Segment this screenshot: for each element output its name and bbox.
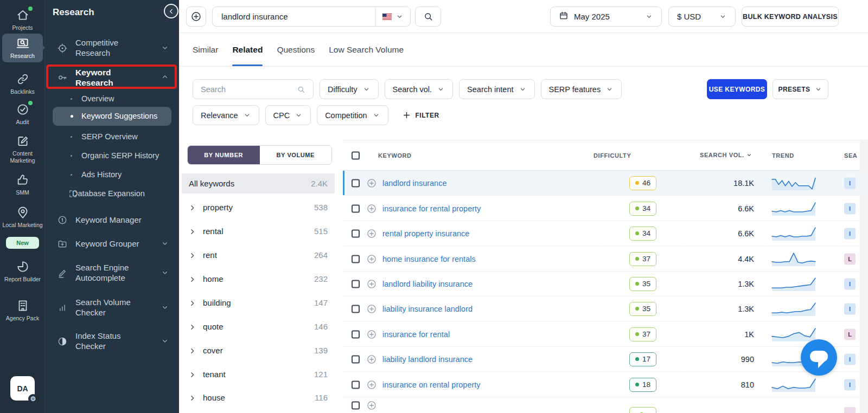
nav-item-keyword-research[interactable]: Keyword Research (45, 67, 179, 88)
avatar[interactable]: DA ⚙ (10, 376, 35, 401)
all-keywords-row[interactable]: All keywords 2.4K (182, 173, 335, 193)
keyword-link[interactable]: insurance for rental (382, 330, 450, 339)
chat-widget-button[interactable] (801, 339, 837, 376)
row-checkbox[interactable] (352, 355, 360, 363)
gear-icon[interactable]: ⚙ (28, 394, 38, 404)
rail-item-backlinks[interactable]: Backlinks (2, 69, 43, 98)
nav-item-ads-history[interactable]: Ads History (45, 168, 179, 181)
difficulty-dot (635, 257, 639, 261)
keyword-link[interactable]: insurance on rental property (382, 380, 481, 389)
add-keyword-icon[interactable] (366, 254, 377, 264)
tab-questions[interactable]: Questions (277, 33, 315, 66)
nav-item-index-status-checker[interactable]: Index Status Checker (45, 330, 179, 353)
column-trend[interactable]: TREND (772, 152, 794, 159)
difficulty-badge: 35 (629, 277, 656, 291)
keyword-group-cover[interactable]: cover 139 (182, 338, 335, 362)
add-keyword-icon[interactable] (366, 354, 377, 365)
keyword-group-building[interactable]: building 147 (182, 291, 335, 314)
rail-item-agency-pack[interactable]: Agency Pack (2, 296, 43, 325)
filter-difficulty[interactable]: Difficulty (320, 79, 379, 99)
nav-item-competitive-research[interactable]: Competitive Research (45, 35, 179, 62)
column-difficulty[interactable]: DIFFICULTY (593, 152, 631, 159)
rail-item-projects[interactable]: Projects (2, 5, 43, 34)
presets-button[interactable]: PRESETS (773, 79, 828, 99)
add-filter-button[interactable]: FILTER (402, 105, 439, 125)
filter-search-intent[interactable]: Search intent (459, 79, 534, 99)
add-keyword-icon[interactable] (366, 228, 377, 239)
toggle-by-number[interactable]: BY NUMBER (188, 146, 260, 164)
tab-similar[interactable]: Similar (193, 33, 218, 66)
nav-item-keyword-grouper[interactable]: Keyword Grouper (45, 236, 179, 251)
row-checkbox[interactable] (352, 305, 360, 313)
search-button[interactable] (415, 7, 441, 27)
filter-search-volume[interactable]: Search vol. (385, 79, 454, 99)
row-checkbox[interactable] (352, 179, 360, 187)
toggle-by-volume[interactable]: BY VOLUME (260, 146, 332, 164)
column-keyword[interactable]: KEYWORD (378, 152, 412, 159)
region-dropdown[interactable] (375, 7, 410, 26)
keyword-link[interactable]: liability insurance landlord (382, 305, 473, 313)
rail-item-local-marketing[interactable]: Local Marketing (2, 203, 43, 231)
rail-item-research[interactable]: Research (2, 34, 43, 62)
use-keywords-button[interactable]: USE KEYWORDS (707, 79, 767, 99)
keyword-group-property[interactable]: property 538 (182, 195, 335, 219)
row-checkbox[interactable] (352, 280, 360, 288)
rail-item-audit[interactable]: Audit (2, 100, 43, 128)
filter-cpc[interactable]: CPC (265, 105, 311, 125)
keyword-group-quote[interactable]: quote 146 (182, 314, 335, 338)
nav-item-keyword-suggestions[interactable]: Keyword Suggestions (53, 107, 171, 126)
add-keyword-icon[interactable] (366, 279, 377, 289)
nav-item-database-expansion[interactable]: Database Expansion (45, 187, 179, 200)
nav-item-search-engine-autocomplete[interactable]: Search Engine Autocomplete (45, 261, 179, 285)
keyword-group-tenant[interactable]: tenant 121 (182, 362, 335, 386)
plus-icon (402, 111, 411, 120)
chevron-down-icon (719, 12, 727, 21)
nav-item-overview[interactable]: Overview (45, 92, 179, 105)
rail-item-report-builder[interactable]: Report Builder (2, 257, 43, 286)
keyword-group-house[interactable]: house 116 (182, 385, 335, 409)
add-keyword-icon[interactable] (366, 178, 377, 189)
row-checkbox[interactable] (352, 401, 360, 409)
column-search-vol[interactable]: SEARCH VOL. (700, 152, 752, 159)
keyword-group-rental[interactable]: rental 515 (182, 219, 335, 243)
nav-item-organic-serp-history[interactable]: Organic SERP History (45, 149, 179, 162)
keyword-search-field[interactable] (212, 7, 411, 27)
row-checkbox[interactable] (352, 380, 360, 389)
rail-item-content-marketing[interactable]: Content Marketing (2, 131, 43, 166)
add-keywords-button[interactable] (186, 7, 206, 27)
add-keyword-icon[interactable] (366, 379, 377, 390)
select-all-checkbox[interactable] (352, 151, 360, 159)
keyword-link[interactable]: liability landlord insurance (382, 355, 473, 364)
filter-competition[interactable]: Competition (317, 105, 388, 125)
rail-item-smm[interactable]: SMM (2, 170, 43, 199)
keyword-group-rent[interactable]: rent 264 (182, 243, 335, 267)
row-checkbox[interactable] (352, 330, 360, 338)
column-sea[interactable]: SEA (844, 152, 857, 159)
filter-serp-features[interactable]: SERP features (541, 79, 622, 99)
bulk-keyword-analysis-button[interactable]: BULK KEYWORD ANALYSIS (742, 7, 839, 27)
row-checkbox[interactable] (352, 229, 360, 237)
nav-item-keyword-manager[interactable]: Keyword Manager (45, 212, 179, 228)
nav-item-search-volume-checker[interactable]: Search Volume Checker (45, 296, 179, 320)
add-keyword-icon[interactable] (366, 203, 377, 214)
row-checkbox[interactable] (352, 255, 360, 263)
add-keyword-icon[interactable] (366, 329, 377, 340)
add-keyword-icon[interactable] (366, 400, 377, 411)
currency-dropdown[interactable]: $ USD (668, 7, 736, 27)
filter-relevance[interactable]: Relevance (193, 105, 259, 125)
keyword-link[interactable]: landlord liability insurance (382, 280, 473, 288)
nav-item-serp-overview[interactable]: SERP Overview (45, 130, 179, 143)
tab-low-search-volume[interactable]: Low Search Volume (329, 33, 404, 66)
tab-related[interactable]: Related (232, 33, 263, 66)
keyword-search-input[interactable] (221, 12, 375, 21)
keyword-link[interactable]: landlord insurance (382, 179, 447, 188)
keyword-group-home[interactable]: home 232 (182, 267, 335, 291)
keyword-link[interactable]: home insurance for rentals (382, 255, 476, 263)
date-picker-button[interactable]: May 2025 (550, 7, 662, 27)
keyword-link[interactable]: rental property insurance (382, 229, 469, 238)
collapse-sidebar-button[interactable] (164, 4, 178, 18)
filter-search-field[interactable]: Search (193, 79, 314, 99)
row-checkbox[interactable] (352, 204, 360, 212)
add-keyword-icon[interactable] (366, 304, 377, 314)
keyword-link[interactable]: insurance for rental property (382, 204, 481, 213)
